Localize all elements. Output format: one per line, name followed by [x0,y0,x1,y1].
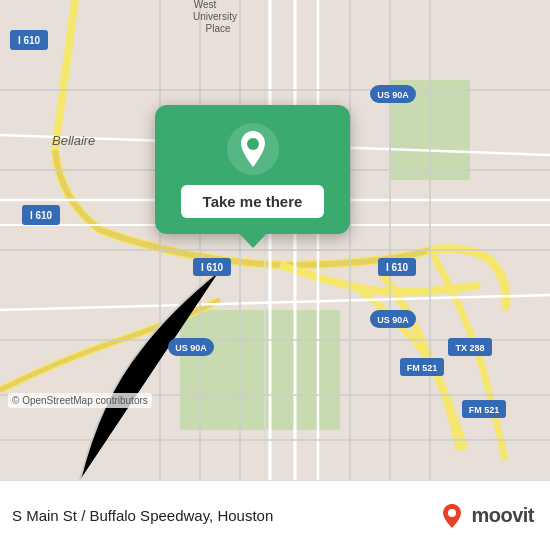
moovit-brand-text: moovit [471,504,534,527]
svg-text:University: University [193,11,237,22]
svg-text:US 90A: US 90A [377,315,409,325]
popup-card: Take me there [155,105,350,234]
location-pin-icon [227,123,279,175]
address-label: S Main St / Buffalo Speedway, Houston [12,507,273,524]
svg-text:I 610: I 610 [386,262,409,273]
svg-text:Bellaire: Bellaire [52,133,95,148]
svg-text:West: West [194,0,217,10]
svg-text:Place: Place [205,23,230,34]
svg-text:I 610: I 610 [30,210,53,221]
svg-point-51 [247,138,259,150]
svg-text:TX 288: TX 288 [455,343,484,353]
bottom-bar: S Main St / Buffalo Speedway, Houston mo… [0,480,550,550]
svg-text:US 90A: US 90A [377,90,409,100]
svg-text:I 610: I 610 [201,262,224,273]
moovit-logo: moovit [438,502,534,530]
svg-text:FM 521: FM 521 [407,363,438,373]
svg-point-52 [448,509,456,517]
take-me-there-button[interactable]: Take me there [181,185,325,218]
svg-text:I 610: I 610 [18,35,41,46]
svg-rect-1 [180,310,340,430]
osm-attribution: © OpenStreetMap contributors [8,393,152,408]
map-container: I 610 I 610 I 610 I 610 US 90A US 90A US… [0,0,550,480]
svg-text:FM 521: FM 521 [469,405,500,415]
moovit-pin-icon [438,502,466,530]
svg-text:US 90A: US 90A [175,343,207,353]
